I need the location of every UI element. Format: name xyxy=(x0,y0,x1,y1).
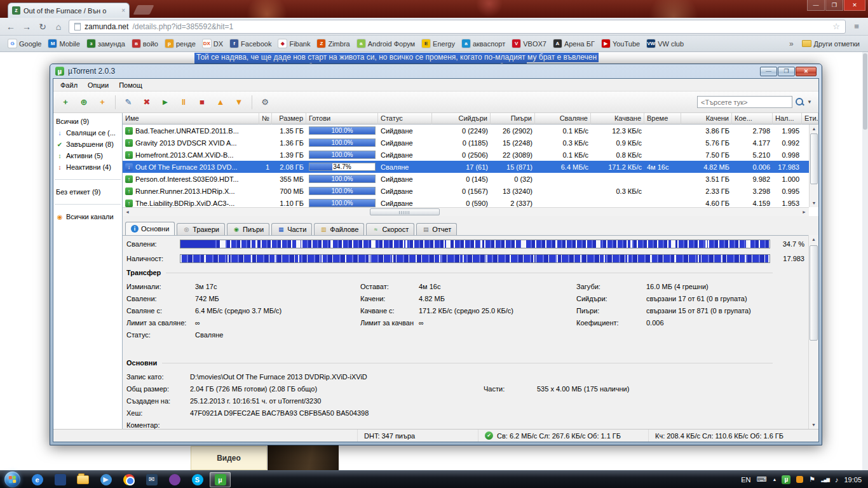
tab-log[interactable]: ▤Отчет xyxy=(416,223,457,235)
forward-button[interactable]: → xyxy=(21,22,32,32)
media-player-taskbar-button[interactable]: ▶ xyxy=(95,472,116,487)
bookmark-item[interactable]: ввойо xyxy=(129,37,161,50)
scroll-up-icon[interactable]: ▲ xyxy=(809,235,818,243)
stop-button[interactable]: ■ xyxy=(194,95,210,110)
minimize-button[interactable]: — xyxy=(760,67,777,76)
scrollbar-thumb[interactable] xyxy=(370,208,440,215)
scroll-up-icon[interactable]: ▲ xyxy=(810,125,818,133)
search-dropdown-icon[interactable]: ▼ xyxy=(807,99,812,105)
tab-tracker[interactable]: ◎Тракери xyxy=(177,223,225,235)
minimize-button[interactable]: — xyxy=(807,0,825,11)
scrollbar-thumb[interactable] xyxy=(810,133,818,184)
remove-button[interactable]: ✖ xyxy=(139,95,155,110)
tray-app-icon[interactable] xyxy=(796,476,803,483)
media-app-taskbar-button[interactable] xyxy=(164,472,185,487)
pane-splitter[interactable] xyxy=(123,216,818,221)
menu-item[interactable]: Опции xyxy=(83,80,113,90)
close-button[interactable]: ✕ xyxy=(844,0,865,11)
scroll-down-icon[interactable]: ▼ xyxy=(810,199,818,207)
bookmark-item[interactable]: рренде xyxy=(162,37,199,50)
sidebar-item[interactable]: ◉Всички канали xyxy=(53,211,122,222)
column-header[interactable]: № xyxy=(259,113,272,125)
scroll-left-icon[interactable]: ◄ xyxy=(123,208,132,216)
internet-explorer-taskbar-button[interactable]: e xyxy=(27,472,48,487)
pinned-app-taskbar-button[interactable] xyxy=(50,472,71,487)
bookmark-item[interactable]: fFacebook xyxy=(227,37,275,50)
utorrent-tray-icon[interactable]: µ xyxy=(782,475,790,484)
bookmark-item[interactable]: ◆Fibank xyxy=(275,37,313,50)
email-client-taskbar-button[interactable]: ✉ xyxy=(141,472,162,487)
keyboard-icon[interactable]: ⌨ xyxy=(757,475,767,484)
page-scrollbar-thumb[interactable] xyxy=(863,53,867,130)
bookmarks-overflow-icon[interactable]: » xyxy=(789,39,794,48)
utorrent-titlebar[interactable]: µ µTorrent 2.0.3 — ❐ ✕ xyxy=(50,64,822,78)
file-explorer-taskbar-button[interactable] xyxy=(72,472,93,487)
move-down-button[interactable]: ▼ xyxy=(231,95,247,110)
utorrent-taskbar-button[interactable]: µ xyxy=(210,472,231,487)
detail-vertical-scrollbar[interactable]: ▲ ▼ xyxy=(808,235,818,429)
bookmark-item[interactable]: аакваспорт xyxy=(459,37,508,50)
tab-peers[interactable]: ◉Пиъри xyxy=(227,223,269,235)
start-button[interactable]: ► xyxy=(157,95,173,110)
tab-pieces[interactable]: ▦Части xyxy=(271,223,312,235)
bookmark-item[interactable]: ▶YouTube xyxy=(599,37,643,50)
tab-speed[interactable]: ≈Скорост xyxy=(366,223,414,235)
torrent-row[interactable]: ↑Person.of.Interest.S03E09.HDT...355 МБ1… xyxy=(123,173,818,185)
show-hidden-icons-icon[interactable]: ▲ xyxy=(772,477,776,482)
tab-info[interactable]: iОсновни xyxy=(125,222,175,235)
tab-close-icon[interactable]: × xyxy=(121,7,125,14)
bookmark-item[interactable]: MMobile xyxy=(45,37,83,50)
scroll-down-icon[interactable]: ▼ xyxy=(809,421,818,429)
skype-taskbar-button[interactable]: S xyxy=(187,472,208,487)
scrollbar-thumb[interactable] xyxy=(810,245,818,341)
torrent-row[interactable]: ↑Gravity 2013 DVDSCR XVID A...1.36 ГБ100… xyxy=(123,137,818,149)
address-bar[interactable]: zamunda.net /details.php?id=385592&hit=1… xyxy=(69,20,846,34)
start-button[interactable] xyxy=(4,471,20,487)
column-header[interactable]: Размер xyxy=(272,113,306,125)
bookmark-item[interactable]: ZZimbra xyxy=(314,37,353,50)
sidebar-item[interactable]: ↕Неактивни (4) xyxy=(53,161,122,173)
bookmark-item[interactable]: ААрена БГ xyxy=(550,37,598,50)
settings-button[interactable]: ⚙ xyxy=(257,95,273,110)
home-button[interactable]: ⌂ xyxy=(53,22,64,32)
column-header[interactable]: Качени xyxy=(681,113,732,125)
browser-tab[interactable]: z Out of the Furnace / Вън о × xyxy=(8,3,130,18)
column-header[interactable]: Ети... xyxy=(802,113,818,125)
reload-button[interactable]: ↻ xyxy=(37,22,48,32)
wand-button[interactable]: ✎ xyxy=(120,95,137,110)
sidebar-item[interactable]: ↓Свалящи се (... xyxy=(53,127,122,139)
move-up-button[interactable]: ▲ xyxy=(212,95,229,110)
new-tab-button[interactable] xyxy=(133,5,154,15)
search-input[interactable] xyxy=(697,96,792,108)
torrent-row[interactable]: ↓Out Of The Furnace 2013 DVD...12.08 ГБ3… xyxy=(123,161,818,173)
close-button[interactable]: ✕ xyxy=(796,67,817,76)
browser-menu-icon[interactable]: ≡ xyxy=(850,22,863,31)
bookmark-item[interactable]: VWVW club xyxy=(644,37,687,50)
menu-item[interactable]: Файл xyxy=(56,80,82,90)
add-from-url-button[interactable]: ⊕ xyxy=(76,95,92,110)
bookmark-star-icon[interactable]: ☆ xyxy=(832,22,840,31)
maximize-button[interactable]: ❐ xyxy=(825,0,843,11)
search-icon[interactable] xyxy=(795,97,804,107)
torrent-row[interactable]: ↑Runner.Runner.2013.HDRip.X...700 МБ100.… xyxy=(123,185,818,197)
google-chrome-taskbar-button[interactable] xyxy=(118,472,139,487)
add-torrent-button[interactable]: + xyxy=(57,95,74,110)
sidebar-item[interactable]: ✔Завършени (8) xyxy=(53,139,122,150)
network-icon[interactable]: ▂▄▆ xyxy=(821,477,829,482)
maximize-button[interactable]: ❐ xyxy=(778,67,795,76)
column-header[interactable]: Статус xyxy=(378,113,432,125)
page-scrollbar[interactable] xyxy=(862,52,868,470)
column-header[interactable]: Сваляне xyxy=(535,113,591,125)
list-horizontal-scrollbar[interactable]: ◄ ► xyxy=(123,207,809,216)
volume-icon[interactable]: ♪ xyxy=(835,476,839,484)
create-torrent-button[interactable]: + xyxy=(94,95,111,110)
other-bookmarks-button[interactable]: Други отметки xyxy=(799,38,863,50)
bookmark-item[interactable]: DXDX xyxy=(200,37,226,50)
column-header[interactable]: Име xyxy=(123,113,259,125)
list-vertical-scrollbar[interactable]: ▲ ▼ xyxy=(809,125,818,207)
language-indicator[interactable]: EN xyxy=(741,476,750,484)
bookmark-item[interactable]: ззамунда xyxy=(84,37,128,50)
torrent-row[interactable]: ↑Homefront.2013.CAM.XViD-B...1.39 ГБ100.… xyxy=(123,149,818,161)
column-header[interactable]: Пиъри xyxy=(491,113,535,125)
bookmark-item[interactable]: EEnergy xyxy=(419,37,458,50)
